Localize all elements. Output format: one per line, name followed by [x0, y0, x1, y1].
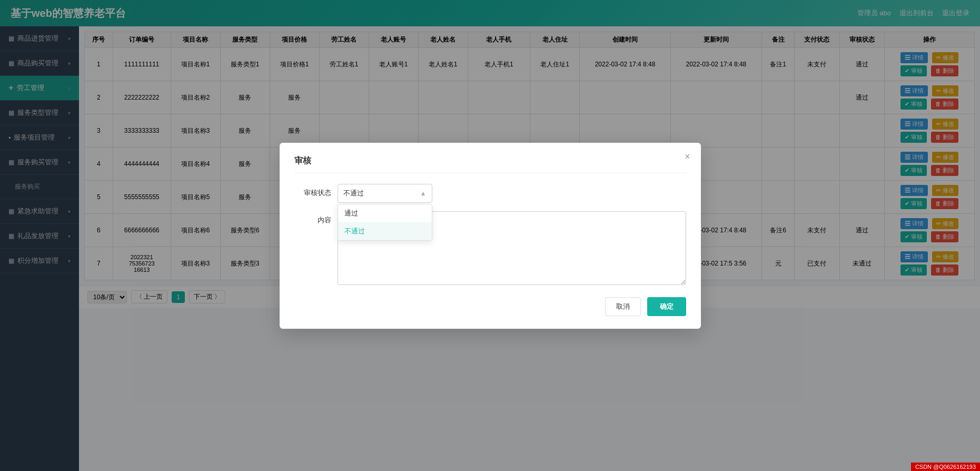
status-label: 审核状态 [294, 184, 331, 198]
status-selected-value: 不通过 [343, 189, 364, 198]
modal-title: 审核 [294, 155, 686, 173]
modal-footer: 取消 确定 [294, 297, 686, 316]
audit-modal: 审核 × 审核状态 不通过 ▲ 通过 不通过 内容 [280, 143, 701, 329]
select-arrow-icon: ▲ [420, 190, 427, 197]
content-label: 内容 [294, 211, 331, 225]
modal-close-button[interactable]: × [685, 151, 690, 162]
cancel-button[interactable]: 取消 [605, 297, 641, 316]
dropdown-option-pass[interactable]: 通过 [338, 204, 432, 222]
form-row-status: 审核状态 不通过 ▲ 通过 不通过 [294, 184, 686, 203]
confirm-button[interactable]: 确定 [647, 297, 686, 316]
watermark: CSDN @Q0626162193 [911, 463, 980, 471]
modal-overlay[interactable]: 审核 × 审核状态 不通过 ▲ 通过 不通过 内容 [0, 0, 980, 471]
dropdown-option-fail[interactable]: 不通过 [338, 222, 432, 240]
status-select[interactable]: 不通过 ▲ [338, 184, 432, 203]
status-dropdown: 通过 不通过 [338, 204, 432, 241]
status-select-wrap: 不通过 ▲ 通过 不通过 [338, 184, 686, 203]
